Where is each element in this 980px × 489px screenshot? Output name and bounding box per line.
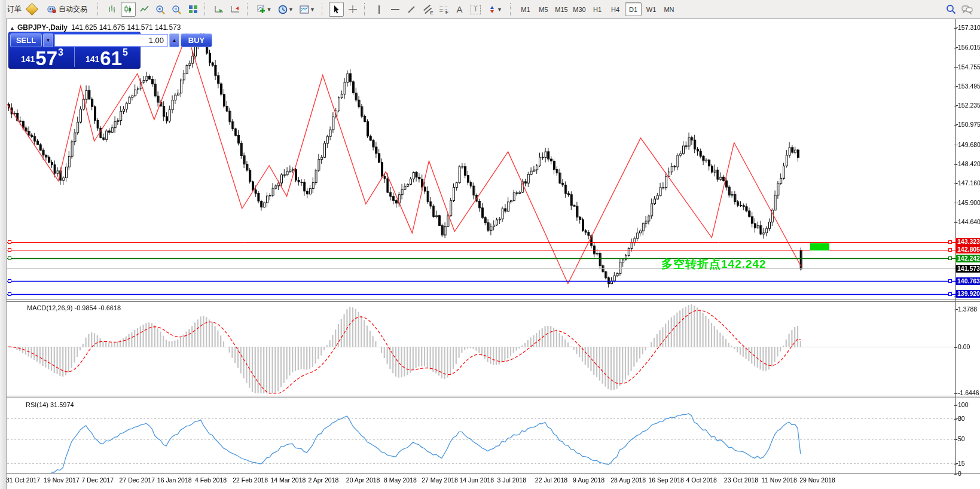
price-tick-label: 145.900 xyxy=(954,199,980,206)
date-label: 4 Oct 2018 xyxy=(686,476,717,484)
bars-chart-icon xyxy=(108,5,117,14)
hline-price-label: 143.323 xyxy=(955,238,980,246)
cursor-button[interactable] xyxy=(329,2,344,17)
symbol-search-button[interactable] xyxy=(944,2,958,17)
chart-candles-button[interactable] xyxy=(121,2,136,17)
volume-input[interactable] xyxy=(54,34,168,47)
sell-price-display[interactable]: 141 57 3 xyxy=(10,47,75,67)
toolbar-separator xyxy=(204,3,209,16)
indicator-tick-label: 80 xyxy=(954,415,965,422)
timeframe-button-m15[interactable]: M15 xyxy=(553,2,570,16)
indicator-tick-label: 1.3788 xyxy=(954,305,977,313)
gold-bar-icon[interactable] xyxy=(25,2,39,17)
collapse-panel-icon[interactable]: ▲ xyxy=(10,25,15,31)
date-label: 31 Oct 2017 xyxy=(6,476,40,484)
date-label: 14 Mar 2018 xyxy=(270,476,306,484)
date-label: 16 Jan 2018 xyxy=(157,476,192,484)
indicator-tick-label: -1.6446 xyxy=(954,389,979,396)
toolbar-separator xyxy=(510,3,514,16)
macd-label: MACD(12,26,9) -0.9854 -0.6618 xyxy=(27,304,121,311)
date-label: 11 Nov 2018 xyxy=(762,476,797,484)
buy-button[interactable]: BUY xyxy=(181,33,212,47)
hline-price-label: 142.805 xyxy=(955,246,980,253)
timeframe-group: M1M5M15M30H1H4D1W1MN xyxy=(517,2,678,16)
arrows-tool-button[interactable]: ▼ xyxy=(484,2,506,17)
chart-shift-button[interactable] xyxy=(228,2,243,17)
text-tool-icon: A xyxy=(456,5,462,14)
timeframe-button-h4[interactable]: H4 xyxy=(607,2,624,16)
date-label: 23 Oct 2018 xyxy=(724,476,758,484)
chart-title: ▲GBPJPY-,Daily141.625 141.675 141.571 14… xyxy=(10,23,181,32)
volume-down-icon: ▼ xyxy=(46,38,51,43)
new-order-label[interactable]: 订单 xyxy=(7,4,22,14)
label-tool-button[interactable]: T xyxy=(468,2,483,17)
gold-diamond-icon xyxy=(26,3,38,16)
crosshair-button[interactable] xyxy=(345,2,360,17)
indicator-tick-label: 15 xyxy=(954,460,965,467)
autotrading-label: 自动交易 xyxy=(59,4,87,14)
channel-icon: E xyxy=(423,5,432,14)
timeframe-button-m5[interactable]: M5 xyxy=(535,2,552,16)
price-tick-label: 150.975 xyxy=(954,121,980,128)
chat-button[interactable] xyxy=(960,2,975,17)
horizontal-line-icon xyxy=(391,9,399,10)
autotrading-button[interactable]: 自动交易 xyxy=(41,2,93,17)
timeframe-button-w1[interactable]: W1 xyxy=(643,2,660,16)
toolbar-separator xyxy=(97,3,102,16)
buy-price-display[interactable]: 141 61 5 xyxy=(75,47,139,67)
price-tick-label: 153.495 xyxy=(954,82,980,90)
chart-canvas[interactable] xyxy=(0,0,980,489)
fibonacci-tool-button[interactable]: F xyxy=(436,2,451,17)
ohlc-values: 141.625 141.675 141.571 141.573 xyxy=(71,23,181,32)
periods-button[interactable]: ▼ xyxy=(276,2,296,17)
chart-bars-button[interactable] xyxy=(105,2,120,17)
tile-windows-button[interactable] xyxy=(185,2,200,17)
trendline-tool-button[interactable] xyxy=(404,2,419,17)
date-label: 16 Sep 2018 xyxy=(648,476,684,484)
cursor-icon xyxy=(332,5,341,14)
text-tool-button[interactable]: A xyxy=(452,2,467,17)
tile-windows-icon xyxy=(188,5,198,14)
indicator-tick-label: 0.00 xyxy=(954,343,970,350)
volume-up-icon: ▲ xyxy=(172,38,177,43)
volume-up-button[interactable]: ▲ xyxy=(169,33,179,47)
timeframe-button-d1[interactable]: D1 xyxy=(625,2,642,16)
timeframe-button-h1[interactable]: H1 xyxy=(589,2,606,16)
indicators-button[interactable]: ▼ xyxy=(254,2,274,17)
channel-tool-button[interactable]: E xyxy=(420,2,435,17)
volume-down-button[interactable]: ▼ xyxy=(43,33,53,47)
indicator-tick-label: 100 xyxy=(954,401,969,408)
autoscroll-button[interactable] xyxy=(212,2,227,17)
rsi-label: RSI(14) 31.5974 xyxy=(26,401,74,408)
crosshair-icon xyxy=(348,5,358,14)
date-label: 22 Feb 2018 xyxy=(233,476,268,484)
date-label: 4 Feb 2018 xyxy=(195,476,227,484)
chevron-down-icon: ▼ xyxy=(288,7,294,13)
one-click-trade-panel: SELL ▼ ▲ BUY 141 57 3 141 61 5 xyxy=(8,32,141,69)
date-label: 27 May 2018 xyxy=(422,476,458,484)
date-label: 27 Dec 2017 xyxy=(120,476,155,484)
timeframe-button-m30[interactable]: M30 xyxy=(571,2,588,16)
zoom-in-button[interactable] xyxy=(153,2,168,17)
hline-tool-button[interactable] xyxy=(387,2,402,17)
chat-bubbles-icon xyxy=(961,5,973,14)
zoom-out-button[interactable] xyxy=(169,2,184,17)
date-label: 22 Jul 2018 xyxy=(535,476,567,484)
toolbar-separator xyxy=(247,3,251,16)
current-price-label: 141.573 xyxy=(955,265,980,273)
arrows-icon xyxy=(488,5,496,14)
left-dock-strip[interactable] xyxy=(0,0,7,489)
price-tick-label: 156.015 xyxy=(954,44,980,51)
label-tool-icon: T xyxy=(471,5,481,14)
templates-button[interactable]: ▼ xyxy=(297,2,317,17)
candles-chart-icon xyxy=(124,5,133,14)
hline-price-label: 142.242 xyxy=(955,255,980,262)
chart-line-button[interactable] xyxy=(137,2,152,17)
date-axis[interactable]: 31 Oct 201719 Nov 20177 Dec 201727 Dec 2… xyxy=(0,476,980,486)
timeframe-button-m1[interactable]: M1 xyxy=(517,2,534,16)
sell-button[interactable]: SELL xyxy=(10,33,42,47)
timeframe-button-mn[interactable]: MN xyxy=(661,2,677,16)
annotation-text[interactable]: 多空转折点142.242 xyxy=(661,256,767,272)
vline-tool-button[interactable] xyxy=(371,2,386,17)
price-tick-label: 144.640 xyxy=(954,218,980,225)
